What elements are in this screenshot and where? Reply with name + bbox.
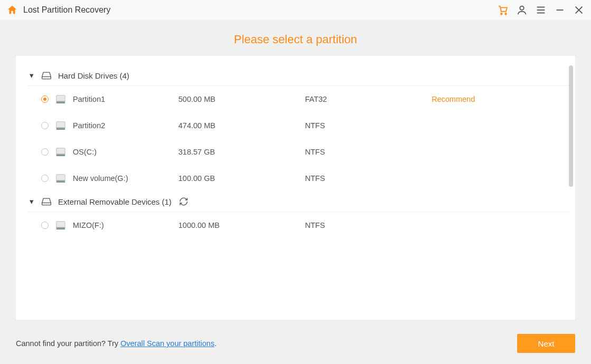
radio[interactable] — [41, 222, 49, 229]
partition-size: 500.00 MB — [178, 95, 305, 103]
disk-icon — [55, 147, 66, 157]
radio[interactable] — [41, 95, 49, 103]
svg-point-0 — [501, 13, 502, 15]
radio[interactable] — [41, 122, 49, 129]
svg-rect-17 — [56, 154, 65, 156]
drive-outline-icon — [41, 71, 52, 80]
partition-filesystem: NTFS — [305, 221, 432, 229]
svg-rect-18 — [56, 155, 65, 156]
titlebar: Lost Partition Recovery — [0, 0, 591, 20]
menu-icon[interactable] — [535, 4, 547, 16]
svg-rect-23 — [56, 222, 65, 228]
partition-filesystem: FAT32 — [305, 95, 432, 103]
disk-icon — [55, 94, 66, 104]
group-header[interactable]: ▾Hard Disk Drives (4) — [27, 65, 570, 85]
footer: Cannot find your partition? Try Overall … — [0, 323, 591, 364]
recommend-badge: Recommend — [432, 95, 570, 103]
chevron-down-icon: ▾ — [27, 197, 36, 206]
drive-outline-icon — [41, 197, 52, 206]
footer-hint: Cannot find your partition? Try Overall … — [16, 339, 216, 348]
partition-filesystem: NTFS — [305, 174, 432, 183]
app-title: Lost Partition Recovery — [23, 5, 110, 15]
footer-hint-prefix: Cannot find your partition? Try — [16, 339, 120, 348]
partition-size: 1000.00 MB — [178, 221, 305, 229]
svg-rect-20 — [56, 180, 65, 182]
radio[interactable] — [41, 175, 49, 182]
partition-name: OS(C:) — [73, 148, 178, 156]
partition-panel: ▾Hard Disk Drives (4)Partition1500.00 MB… — [16, 56, 575, 320]
user-icon[interactable] — [516, 4, 528, 16]
svg-rect-21 — [56, 181, 65, 182]
partition-name: MIZO(F:) — [73, 221, 178, 229]
next-button[interactable]: Next — [517, 334, 575, 353]
disk-icon — [55, 173, 66, 184]
partition-row[interactable]: New volume(G:)100.00 GBNTFS — [27, 165, 570, 191]
svg-rect-12 — [56, 102, 65, 103]
home-icon[interactable] — [6, 4, 18, 16]
close-icon[interactable] — [573, 4, 585, 16]
group-header[interactable]: ▾External Removable Devices (1) — [27, 191, 570, 212]
svg-point-2 — [520, 6, 523, 10]
partition-filesystem: NTFS — [305, 121, 432, 130]
disk-icon — [55, 120, 66, 131]
scrollbar[interactable] — [569, 65, 573, 187]
partition-filesystem: NTFS — [305, 148, 432, 156]
svg-rect-14 — [56, 128, 65, 129]
svg-rect-19 — [56, 175, 65, 181]
chevron-down-icon: ▾ — [27, 71, 36, 80]
partition-size: 318.57 GB — [178, 148, 305, 156]
partition-name: Partition1 — [73, 95, 178, 103]
svg-rect-13 — [56, 122, 65, 129]
svg-rect-16 — [56, 148, 65, 155]
partition-row[interactable]: Partition1500.00 MBFAT32Recommend — [27, 86, 570, 112]
partition-name: New volume(G:) — [73, 174, 178, 183]
svg-rect-25 — [56, 228, 65, 229]
svg-rect-11 — [56, 101, 65, 103]
svg-point-1 — [505, 13, 507, 15]
partition-row[interactable]: OS(C:)318.57 GBNTFS — [27, 139, 570, 165]
group-label: External Removable Devices (1) — [58, 197, 171, 206]
partition-size: 100.00 GB — [178, 174, 305, 183]
group-label: Hard Disk Drives (4) — [58, 71, 129, 80]
overall-scan-link[interactable]: Overall Scan your partitions — [120, 339, 214, 348]
minimize-icon[interactable] — [554, 4, 566, 16]
svg-rect-24 — [56, 227, 65, 229]
radio[interactable] — [41, 148, 49, 156]
svg-rect-10 — [56, 95, 65, 102]
svg-rect-15 — [56, 129, 65, 129]
partition-row[interactable]: Partition2474.00 MBNTFS — [27, 112, 570, 139]
cart-icon[interactable] — [497, 4, 509, 16]
partition-name: Partition2 — [73, 121, 178, 130]
footer-hint-suffix: . — [214, 339, 216, 348]
page-heading: Please select a partition — [0, 20, 591, 56]
partition-size: 474.00 MB — [178, 121, 305, 130]
refresh-icon[interactable] — [179, 197, 188, 206]
disk-icon — [55, 220, 66, 231]
partition-row[interactable]: MIZO(F:)1000.00 MBNTFS — [27, 212, 570, 238]
